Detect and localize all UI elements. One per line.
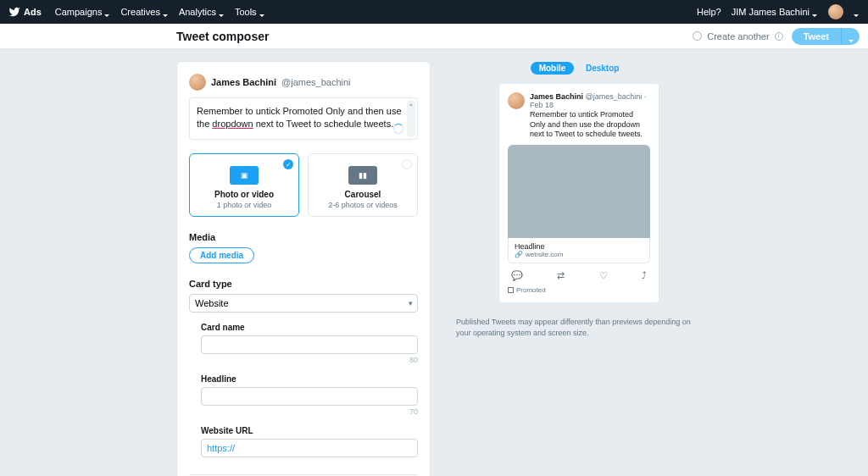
nav-tools[interactable]: Tools [235,7,265,17]
preview-name: James Bachini [530,92,583,101]
nav-analytics[interactable]: Analytics [179,7,225,17]
avatar[interactable] [828,4,843,19]
top-nav: Ads Campaigns Creatives Analytics Tools … [0,0,868,24]
nav-menu: Campaigns Creatives Analytics Tools [55,7,265,17]
author-handle: @james_bachini [281,77,351,87]
card-name-input[interactable] [201,335,418,354]
info-icon: i [775,32,783,41]
chevron-down-icon [812,9,818,15]
type-photo-video[interactable]: ▣ Photo or video 1 photo or video [189,153,299,217]
nav-right: Help? JIM James Bachini [697,4,860,19]
brand-logo[interactable]: Ads [8,6,42,18]
nav-campaigns[interactable]: Campaigns [55,7,111,17]
page-title: Tweet composer [176,30,269,43]
radio-icon [402,159,412,169]
nav-creatives[interactable]: Creatives [120,7,168,17]
media-label: Media [189,232,418,242]
preview-disclaimer: Published Tweets may appear differently … [456,317,702,338]
website-url-input[interactable] [201,439,418,457]
media-section: Media Add media [189,232,418,263]
chevron-down-icon [163,9,169,15]
chevron-down-icon [848,33,854,39]
tweet-preview: James Bachini @james_bachini · Feb 18 Re… [498,83,659,303]
composer-card: James Bachini @james_bachini Remember to… [176,61,431,476]
preview-tabs: Mobile Desktop [456,61,702,75]
headline-input[interactable] [201,387,418,406]
tweet-textarea[interactable]: Remember to untick Promoted Only and the… [189,97,418,140]
avatar [508,92,525,109]
photo-thumb-icon: ▣ [230,166,259,185]
workspace: James Bachini @james_bachini Remember to… [0,49,868,476]
media-type-selector: ▣ Photo or video 1 photo or video ▮▮ Car… [189,153,418,217]
tweet-button-group: Tweet [792,28,860,45]
author-name: James Bachini [211,77,276,87]
card-type-select[interactable]: Website [189,294,418,313]
add-media-button[interactable]: Add media [189,247,254,263]
account-menu[interactable]: JIM James Bachini [732,7,818,17]
tab-desktop[interactable]: Desktop [577,62,627,75]
help-link[interactable]: Help? [697,7,721,17]
check-badge-icon [283,159,293,169]
chevron-down-icon [854,9,860,15]
card-type-label: Card type [189,279,418,289]
like-icon[interactable]: ♡ [599,270,608,281]
card-name-field: Card name 80 [201,323,418,364]
carousel-thumb-icon: ▮▮ [348,166,377,185]
radio-icon [693,31,702,41]
type-carousel[interactable]: ▮▮ Carousel 2-6 photos or videos [308,153,418,217]
website-url-field: Website URL [201,426,418,457]
reply-icon[interactable]: 💬 [511,270,523,281]
chevron-down-icon [104,9,110,15]
create-another-toggle[interactable]: Create another i [693,31,782,42]
composer-author: James Bachini @james_bachini [189,74,418,91]
preview-body: Remember to untick Promoted Only and the… [530,110,650,140]
scrollbar[interactable]: ▴ [407,100,415,137]
promoted-box-icon [508,287,514,293]
tweet-dropdown-button[interactable] [841,28,860,45]
preview-image-placeholder [508,145,650,238]
retweet-icon[interactable]: ⇄ [557,270,565,281]
divider [189,474,418,475]
scroll-up-icon: ▴ [407,100,415,108]
share-icon[interactable]: ⤴ [642,270,647,281]
avatar [189,74,206,91]
brand-label: Ads [24,7,42,17]
tweet-button[interactable]: Tweet [792,28,841,45]
tab-mobile[interactable]: Mobile [531,62,575,75]
chevron-down-icon [259,9,265,15]
link-icon: 🔗 [515,251,523,258]
headline-field: Headline 70 [201,374,418,416]
tweet-actions: 💬 ⇄ ♡ ⤴ [508,270,650,281]
twitter-bird-icon [8,6,20,18]
preview-link-card: Headline 🔗website.com [508,238,650,263]
subbar: Tweet composer Create another i Tweet [0,24,868,49]
chevron-down-icon [219,9,225,15]
card-type-section: Card type Website ▾ Card name 80 Headlin… [189,279,418,457]
char-count-ring-icon [393,124,403,134]
promoted-badge: Promoted [508,286,650,294]
